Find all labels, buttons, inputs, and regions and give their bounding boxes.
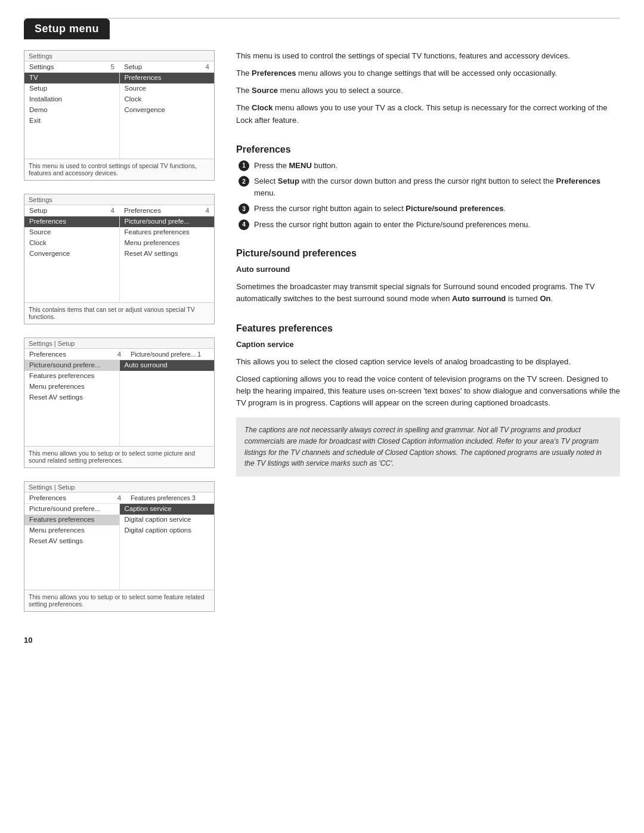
menu2-row xyxy=(120,259,215,270)
clock-desc: The Clock menu allows you to use your TV… xyxy=(236,102,620,126)
features-content: Caption service This allows you to selec… xyxy=(236,339,620,410)
right-column: This menu is used to control the setting… xyxy=(236,50,620,494)
menu1-row: Demo xyxy=(24,105,119,116)
menu2-row: Source xyxy=(24,227,119,238)
menu4-row xyxy=(120,579,215,590)
menu2-row: Reset AV settings xyxy=(120,249,215,259)
menu2-body: Preferences Source Clock Convergence Pic… xyxy=(24,216,214,302)
menu4-row: Menu preferences xyxy=(24,525,119,536)
menu3-row xyxy=(24,403,119,414)
menu4-col2-header: Features preferences 3 xyxy=(126,493,214,503)
menu4-col1-header: Preferences xyxy=(24,493,113,503)
preferences-desc: The Preferences menu allows you to chang… xyxy=(236,67,620,79)
menu1-top-label: Settings xyxy=(24,51,214,61)
caption-service-title-text: Caption service xyxy=(236,339,620,351)
menu2-row: Features preferences xyxy=(120,227,215,238)
features-section: Features preferences Caption service Thi… xyxy=(236,323,620,476)
menu2-col1: Preferences Source Clock Convergence xyxy=(24,216,120,302)
tv-menu-4: Settings | Setup Preferences 4 Features … xyxy=(24,481,215,612)
menu3-body: Picture/sound prefere... Features prefer… xyxy=(24,360,214,446)
menu1-body: TV Setup Installation Demo Exit Preferen… xyxy=(24,73,214,159)
menu3-header: Preferences 4 Picture/sound prefere... 1 xyxy=(24,349,214,360)
menu2-col2: Picture/sound prefe... Features preferen… xyxy=(120,216,215,302)
menu1-row: Setup xyxy=(24,83,119,94)
intro-section: This menu is used to control the setting… xyxy=(236,50,620,126)
menu4-row xyxy=(24,558,119,568)
menu2-footer: This contains items that can set or adju… xyxy=(24,302,214,324)
menu2-row: Convergence xyxy=(24,249,119,259)
menu4-footer: This menu allows you to setup or to sele… xyxy=(24,590,214,611)
step-3: 3 Press the cursor right button again to… xyxy=(239,203,620,215)
menu3-row: Features preferences xyxy=(24,371,119,382)
menu3-row: Auto surround xyxy=(120,360,215,371)
picture-sound-section: Picture/sound preferences Auto surround … xyxy=(236,248,620,305)
menu4-row xyxy=(24,547,119,558)
menu1-footer: This menu is used to control settings of… xyxy=(24,159,214,180)
menu3-row xyxy=(120,371,215,382)
menu1-row: TV xyxy=(24,73,119,83)
menu4-row xyxy=(120,547,215,558)
step-num-3: 3 xyxy=(239,203,249,214)
menu4-row: Digital caption options xyxy=(120,525,215,536)
menu1-row: Convergence xyxy=(120,105,215,116)
picture-sound-content: Auto surround Sometimes the broadcaster … xyxy=(236,264,620,305)
menu4-row xyxy=(24,568,119,579)
menu4-col1-num: 4 xyxy=(113,493,126,503)
menu1-row: Preferences xyxy=(120,73,215,83)
menu1-col2: Preferences Source Clock Convergence xyxy=(120,73,215,159)
picture-sound-title: Picture/sound preferences xyxy=(236,248,620,259)
step-3-text: Press the cursor right button again to s… xyxy=(254,203,506,215)
menu3-row xyxy=(120,435,215,446)
menu3-row: Reset AV settings xyxy=(24,392,119,403)
menu2-row: Clock xyxy=(24,238,119,249)
menu3-row xyxy=(120,382,215,392)
menu3-row xyxy=(120,403,215,414)
features-title: Features preferences xyxy=(236,323,620,334)
menu1-row: Source xyxy=(120,83,215,94)
menu2-row xyxy=(24,281,119,292)
menu4-row: Features preferences xyxy=(24,515,119,525)
menu2-header: Setup 4 Preferences 4 xyxy=(24,205,214,216)
menu4-row: Reset AV settings xyxy=(24,536,119,547)
tv-menu-3: Settings | Setup Preferences 4 Picture/s… xyxy=(24,337,215,468)
auto-surround-title-text: Auto surround xyxy=(236,264,620,275)
menu4-col2: Caption service Digital caption service … xyxy=(120,504,215,590)
menu4-body: Picture/sound prefere... Features prefer… xyxy=(24,504,214,590)
menu3-footer: This menu allows you to setup or to sele… xyxy=(24,446,214,467)
menu2-row xyxy=(120,292,215,302)
menu4-row: Digital caption service xyxy=(120,515,215,525)
menu3-col1: Picture/sound prefere... Features prefer… xyxy=(24,360,120,446)
menu1-col1: TV Setup Installation Demo Exit xyxy=(24,73,120,159)
menu1-header: Settings 5 Setup 4 xyxy=(24,61,214,73)
left-column: Settings Settings 5 Setup 4 TV Setup Ins… xyxy=(24,50,215,625)
menu2-row xyxy=(24,259,119,270)
menu4-row xyxy=(120,558,215,568)
menu3-col2-header: Picture/sound prefere... 1 xyxy=(126,349,214,360)
menu2-row: Picture/sound prefe... xyxy=(120,216,215,227)
menu3-top-label: Settings | Setup xyxy=(24,338,214,349)
page-number: 10 xyxy=(24,636,620,645)
menu2-row xyxy=(24,292,119,302)
menu3-row xyxy=(24,414,119,425)
menu3-row xyxy=(120,414,215,425)
steps-list: 1 Press the MENU button. 2 Select Setup … xyxy=(236,160,620,231)
menu2-row: Preferences xyxy=(24,216,119,227)
menu4-top-label: Settings | Setup xyxy=(24,482,214,493)
menu1-row: Installation xyxy=(24,94,119,105)
menu2-row xyxy=(120,270,215,281)
step-num-1: 1 xyxy=(239,160,249,171)
menu1-row xyxy=(24,126,119,137)
menu3-row xyxy=(24,435,119,446)
menu1-row xyxy=(120,137,215,148)
menu2-col2-num: 4 xyxy=(201,205,214,216)
page-title: Setup menu xyxy=(24,18,110,39)
step-num-4: 4 xyxy=(239,219,249,230)
menu4-row xyxy=(24,579,119,590)
preferences-title: Preferences xyxy=(236,144,620,155)
step-1-text: Press the MENU button. xyxy=(254,160,338,172)
closed-captioning-desc: Closed captioning allows you to read the… xyxy=(236,373,620,409)
step-4: 4 Press the cursor right button again to… xyxy=(239,219,620,231)
menu1-row xyxy=(120,126,215,137)
step-2-text: Select Setup with the cursor down button… xyxy=(254,175,620,199)
menu1-col1-num: 5 xyxy=(106,61,119,72)
